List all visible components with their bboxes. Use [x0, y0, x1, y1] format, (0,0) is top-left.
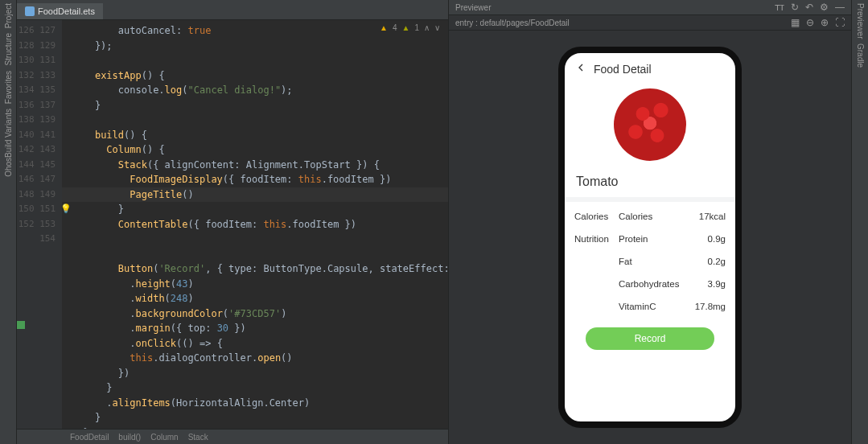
weak-count: 1: [414, 23, 419, 32]
grid-icon[interactable]: ▦: [791, 17, 800, 28]
phone-header: Food Detail: [565, 53, 735, 84]
food-name: Tomato: [565, 165, 735, 197]
toolbar-item-previewer[interactable]: Previewer: [856, 3, 865, 39]
previewer-title: Previewer: [455, 3, 491, 12]
toolbar-item-gradle[interactable]: Gradle: [856, 43, 865, 68]
file-icon: [25, 6, 35, 16]
tab-label: FoodDetail.ets: [38, 6, 95, 16]
food-image: [610, 84, 690, 165]
warn-count: 4: [393, 23, 397, 32]
code-indicators[interactable]: ▲4 ▲1 ∧ ∨: [380, 23, 440, 32]
table-row: Carbohydrates3.9g: [574, 273, 726, 295]
editor[interactable]: 126 127 128 129 130 131 132 133 134 135 …: [17, 20, 448, 429]
left-toolbar: Project Structure Favorites OhosBuild Va…: [0, 0, 17, 444]
table-row: VitaminC17.8mg: [574, 295, 726, 318]
gutter-mark[interactable]: [17, 321, 25, 329]
lightbulb-icon[interactable]: 💡: [60, 202, 72, 217]
back-icon[interactable]: ↶: [805, 2, 813, 13]
toolbar-item-favorites[interactable]: Favorites: [4, 71, 13, 104]
editor-pane: FoodDetail.ets 126 127 128 129 130 131 1…: [17, 0, 448, 444]
zoom-out-icon[interactable]: ⊖: [806, 17, 814, 28]
nav-up-icon[interactable]: ∧: [424, 23, 430, 32]
table-row: Fat0.2g: [574, 250, 726, 273]
line-gutter: 126 127 128 129 130 131 132 133 134 135 …: [17, 20, 62, 429]
crumb[interactable]: Column: [150, 433, 178, 442]
phone[interactable]: Food Detail Tomato CaloriesCalories17kca…: [558, 47, 742, 428]
breadcrumb: FoodDetail build() Column Stack: [17, 429, 448, 444]
weak-icon: ▲: [402, 23, 410, 32]
nav-down-icon[interactable]: ∨: [434, 23, 440, 32]
right-toolbar: Previewer Gradle: [851, 0, 868, 444]
toolbar-item-project[interactable]: Project: [4, 3, 13, 28]
gear-icon[interactable]: ⚙: [820, 2, 829, 13]
expand-icon[interactable]: ⛶: [835, 17, 845, 28]
font-icon[interactable]: ᴛт: [775, 2, 785, 13]
previewer-pane: Previewer ᴛт ↻ ↶ ⚙ — entry : default/pag…: [448, 0, 851, 444]
editor-tabs: FoodDetail.ets: [17, 0, 448, 20]
page-title: Food Detail: [594, 63, 652, 76]
zoom-in-icon[interactable]: ⊕: [821, 17, 829, 28]
warn-icon: ▲: [380, 23, 388, 32]
crumb[interactable]: Stack: [188, 433, 208, 442]
tab-fooddetail[interactable]: FoodDetail.ets: [17, 3, 103, 19]
ide-root: Project Structure Favorites OhosBuild Va…: [0, 0, 868, 444]
minimize-icon[interactable]: —: [835, 2, 845, 13]
table-row: CaloriesCalories17kcal: [574, 205, 726, 228]
entry-label: entry : default/pages/FoodDetail: [455, 18, 570, 27]
previewer-entry: entry : default/pages/FoodDetail ▦ ⊖ ⊕ ⛶: [449, 15, 851, 31]
back-arrow-icon[interactable]: [574, 61, 587, 76]
previewer-header: Previewer ᴛт ↻ ↶ ⚙ —: [449, 0, 851, 15]
code-area[interactable]: autoCancel: true }); existApp() { consol…: [62, 20, 448, 429]
crumb[interactable]: FoodDetail: [70, 433, 109, 442]
toolbar-item-ohos[interactable]: OhosBuild Variants: [4, 109, 13, 177]
toolbar-item-structure[interactable]: Structure: [4, 33, 13, 66]
nutrition-table: CaloriesCalories17kcalNutritionProtein0.…: [565, 202, 735, 321]
record-button[interactable]: Record: [586, 327, 714, 350]
refresh-icon[interactable]: ↻: [791, 2, 799, 13]
phone-stage: Food Detail Tomato CaloriesCalories17kca…: [449, 31, 851, 444]
table-row: NutritionProtein0.9g: [574, 228, 726, 250]
crumb[interactable]: build(): [118, 433, 141, 442]
